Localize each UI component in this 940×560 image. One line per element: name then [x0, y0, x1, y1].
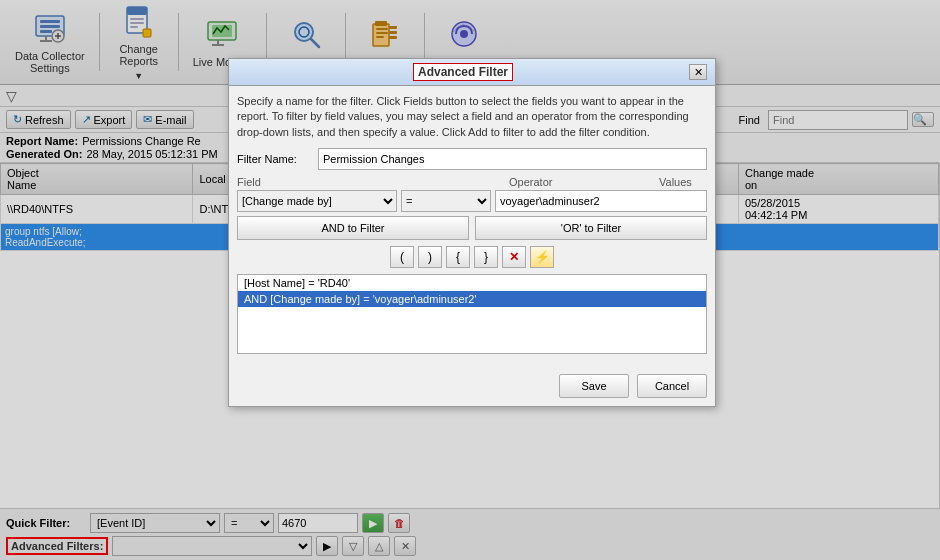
values-header: Values [659, 176, 707, 188]
modal-description: Specify a name for the filter. Click Fie… [237, 94, 707, 140]
or-to-filter-button[interactable]: 'OR' to Filter [475, 216, 707, 240]
modal-close-button[interactable]: ✕ [689, 64, 707, 80]
advanced-filter-modal: Advanced Filter ✕ Specify a name for the… [228, 58, 716, 407]
filter-conditions-list[interactable]: [Host Name] = 'RD40' AND [Change made by… [237, 274, 707, 354]
cancel-button[interactable]: Cancel [637, 374, 707, 398]
field-select[interactable]: [Change made by] [237, 190, 397, 212]
close-brace-button[interactable]: } [474, 246, 498, 268]
bracket-row: ( ) { } ✕ ⚡ [237, 246, 707, 268]
remove-condition-button[interactable]: ✕ [502, 246, 526, 268]
special-action-button[interactable]: ⚡ [530, 246, 554, 268]
save-button[interactable]: Save [559, 374, 629, 398]
modal-footer: Save Cancel [229, 370, 715, 406]
filter-name-input[interactable] [318, 148, 707, 170]
filter-name-row: Filter Name: [237, 148, 707, 170]
close-paren-button[interactable]: ) [418, 246, 442, 268]
and-to-filter-button[interactable]: AND to Filter [237, 216, 469, 240]
filter-condition-2[interactable]: AND [Change made by] = 'voyager\adminuse… [238, 291, 706, 307]
open-brace-button[interactable]: { [446, 246, 470, 268]
open-paren-button[interactable]: ( [390, 246, 414, 268]
filter-add-row: AND to Filter 'OR' to Filter [237, 216, 707, 240]
filter-condition-1[interactable]: [Host Name] = 'RD40' [238, 275, 706, 291]
modal-title: Advanced Filter [413, 63, 513, 81]
fov-header: Field Operator Values [237, 176, 707, 188]
field-header: Field [237, 176, 397, 188]
operator-header: Operator [509, 176, 599, 188]
filter-name-label: Filter Name: [237, 153, 312, 165]
modal-titlebar: Advanced Filter ✕ [229, 59, 715, 86]
operator-select[interactable]: = [401, 190, 491, 212]
modal-body: Specify a name for the filter. Click Fie… [229, 86, 715, 370]
values-input[interactable] [495, 190, 707, 212]
field-operator-values: [Change made by] = [237, 190, 707, 212]
